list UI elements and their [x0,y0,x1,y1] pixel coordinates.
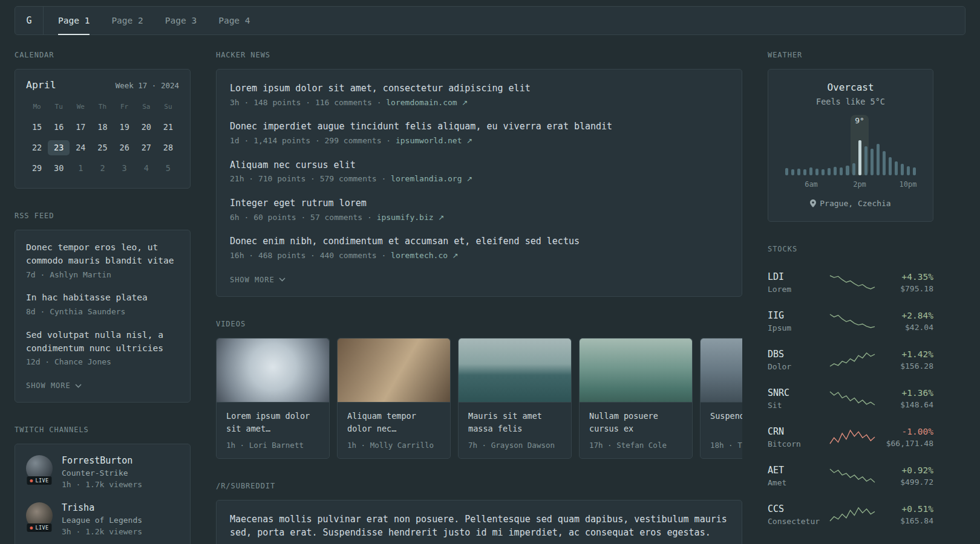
hackernews-item-title[interactable]: Donec imperdiet augue tincidunt felis al… [230,120,728,134]
stock-id: CCS Consectetur [768,504,823,526]
meta-text: 3h · 148 points · 116 comments · [230,98,386,107]
stock-row[interactable]: IIG Ipsum +2.84% $42.04 [768,302,933,340]
calendar-weekday-label: Mo [26,100,48,114]
stock-name: Amet [768,478,823,487]
hackernews-item: Integer eget rutrum lorem 6h · 60 points… [230,196,728,223]
calendar-day: 18 [91,120,113,135]
weather-bar [846,166,849,175]
section-header-twitch: TWITCH CHANNELS [15,426,191,434]
weather-hourly-chart: 9° [784,115,917,175]
weather-current-temp: 9° [855,116,864,125]
video-body: Mauris sit amet massa felis 7h · Grayson… [459,403,571,458]
weather-bar [815,169,818,175]
hackernews-item-title[interactable]: Aliquam nec cursus elit [230,158,728,172]
live-label: LIVE [35,478,48,484]
section-header-hackernews: HACKER NEWS [216,51,742,59]
video-card[interactable]: Lorem ipsum dolor sit amet consectetu… 1… [216,338,330,459]
video-thumbnail [217,338,329,403]
stock-name: Consectetur [768,517,823,526]
section-header-rss: RSS FEED [15,212,191,220]
rss-item-meta: 7d · Ashlyn Martin [26,270,179,281]
stock-price: $795.18 [881,284,933,293]
hackernews-show-more-button[interactable]: SHOW MORE [230,276,286,284]
live-dot-icon [30,526,33,529]
twitch-channel-game: League of Legends [62,516,142,525]
stock-row[interactable]: SNRC Sit +1.36% $148.64 [768,379,933,418]
video-thumbnail [701,338,742,403]
video-card[interactable]: Aliquam tempor dolor nec pharetra… 1h · … [337,338,451,459]
stock-id: LDI Lorem [768,271,823,294]
source-domain-link[interactable]: ipsumify.biz [377,213,434,222]
source-domain-link[interactable]: ipsumworld.net [396,136,462,145]
stock-values: +1.36% $148.64 [881,388,933,409]
external-link-icon: ↗ [452,251,459,260]
stock-row[interactable]: AET Amet +0.92% $499.72 [768,456,933,495]
stock-values: +0.92% $499.72 [881,465,933,487]
hackernews-item-title[interactable]: Donec enim nibh, condimentum et accumsan… [230,235,728,248]
calendar-day: 26 [114,140,136,155]
stock-row[interactable]: AHS +0.46% [768,534,933,544]
show-more-label: SHOW MORE [26,381,71,390]
tab-page-3[interactable]: Page 3 [165,7,197,34]
stock-row[interactable]: DBS Dolor +1.42% $156.28 [768,340,933,379]
calendar-day: 24 [70,140,91,155]
rss-item: Sed volutpat nulla nisl, a condimentum n… [26,329,179,368]
hackernews-item: Aliquam nec cursus elit 21h · 710 points… [230,158,728,185]
source-domain-link[interactable]: loremdomain.com [386,98,457,107]
rss-item-title[interactable]: In hac habitasse platea [26,291,179,305]
subreddit-post-title[interactable]: Maecenas mollis pulvinar erat non posuer… [230,513,728,540]
hackernews-widget: HACKER NEWS Lorem ipsum dolor sit amet, … [216,51,742,297]
stock-row[interactable]: CCS Consectetur +0.51% $165.84 [768,495,933,534]
section-header-calendar: CALENDAR [15,51,191,59]
calendar-weekday-label: Th [91,100,113,114]
stock-row[interactable]: CRN Bitcorn -1.00% $66,171.48 [768,418,933,456]
video-body: Aliquam tempor dolor nec pharetra… 1h · … [338,403,450,458]
calendar-day: 21 [157,120,179,135]
calendar-weekday-label: We [70,100,91,114]
weather-bar [797,169,800,175]
tab-page-1[interactable]: Page 1 [58,7,90,34]
rss-item-title[interactable]: Donec tempor eros leo, ut commodo mauris… [26,241,179,268]
stock-sparkline [823,313,881,329]
videos-row: Lorem ipsum dolor sit amet consectetu… 1… [216,338,742,459]
stock-values: -1.00% $66,171.48 [881,427,933,448]
video-title: Mauris sit amet massa felis [468,410,561,435]
rss-item: Donec tempor eros leo, ut commodo mauris… [26,241,179,280]
stock-price: $499.72 [881,478,933,487]
weather-time-label: 10pm [900,180,917,189]
weather-bar [834,167,837,175]
chevron-down-icon [279,277,286,282]
section-header-videos: VIDEOS [216,320,742,328]
stock-row[interactable]: LDI Lorem +4.35% $795.18 [768,263,933,302]
calendar-weekday-label: Fr [114,100,136,114]
stock-symbol: CRN [768,426,823,437]
hackernews-item-title[interactable]: Integer eget rutrum lorem [230,196,728,210]
tab-page-2[interactable]: Page 2 [111,7,143,34]
calendar-weekday-label: Sa [136,100,157,114]
rss-item-title[interactable]: Sed volutpat nulla nisl, a condimentum n… [26,329,179,355]
stock-values: +1.42% $156.28 [881,349,933,371]
source-domain-link[interactable]: loremlandia.org [391,174,462,183]
page-tabs: Page 1 Page 2 Page 3 Page 4 [58,7,250,34]
calendar-day: 20 [136,120,157,135]
app-logo[interactable]: G [15,7,44,34]
rss-show-more-button[interactable]: SHOW MORE [26,381,82,390]
source-domain-link[interactable]: loremtech.co [391,251,448,260]
stock-symbol: DBS [768,349,823,360]
stock-price: $66,171.48 [881,439,933,448]
external-link-icon: ↗ [438,213,444,222]
video-card[interactable]: Mauris sit amet massa felis 7h · Grayson… [458,338,572,459]
calendar-week-year: Week 17 · 2024 [116,81,179,90]
hackernews-item-title[interactable]: Lorem ipsum dolor sit amet, consectetur … [230,82,728,96]
weather-time-label: 6am [805,180,818,189]
twitch-channel-row[interactable]: LIVE ForrestBurton Counter-Strike 1h · 1… [26,455,179,489]
weather-bar [822,169,825,175]
twitch-channel-row[interactable]: LIVE Trisha League of Legends 3h · 1.2k … [26,502,179,536]
video-card[interactable]: Suspendisse diam 18h · Tara [700,338,742,459]
stock-symbol: SNRC [768,387,823,398]
tab-page-4[interactable]: Page 4 [218,7,250,34]
twitch-channel-game: Counter-Strike [62,468,142,478]
video-meta: 7h · Grayson Dawson [468,441,561,450]
video-card[interactable]: Nullam posuere cursus ex 17h · Stefan Co… [579,338,693,459]
left-column: CALENDAR April Week 17 · 2024 MoTuWeThFr… [15,51,191,544]
